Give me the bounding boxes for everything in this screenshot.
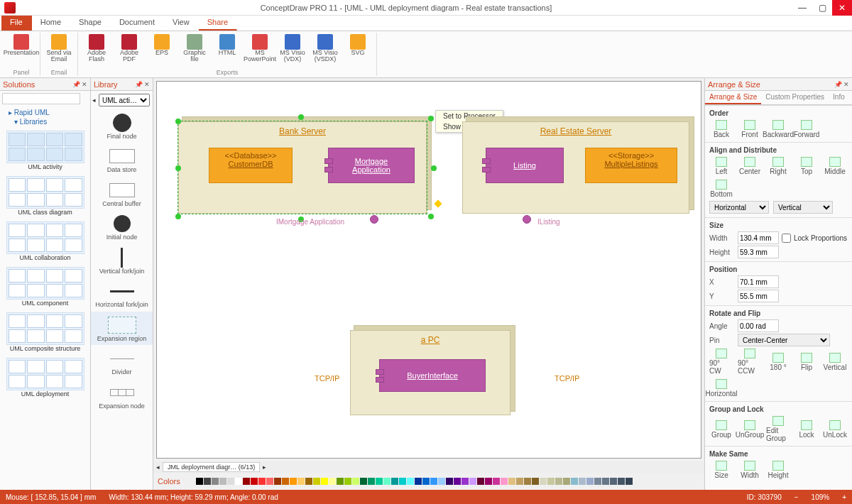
tab-document[interactable]: Document (111, 16, 164, 31)
library-prev-icon[interactable]: ◂ (92, 97, 96, 104)
align-right-button[interactable]: Right (766, 157, 790, 175)
rotate--ccw-button[interactable]: 90° CCW (738, 349, 762, 375)
color-swatch[interactable] (321, 478, 328, 485)
library-item-initial-node[interactable]: Initial node (91, 210, 153, 243)
color-swatch[interactable] (399, 478, 406, 485)
align-horizontal-select[interactable]: Horizontal (709, 201, 769, 214)
library-item-vertical-fork-join[interactable]: Vertical fork/join (91, 244, 153, 278)
storage-multiple-listings[interactable]: <<Storage>> MultipleListings (585, 148, 677, 183)
tab-shape[interactable]: Shape (70, 16, 111, 31)
color-swatch[interactable] (524, 478, 531, 485)
selection-handle[interactable] (298, 114, 304, 120)
make-width-button[interactable]: Width (738, 461, 762, 479)
angle-input[interactable] (738, 319, 779, 332)
solutions-search[interactable] (2, 93, 80, 104)
group-ungroup-button[interactable]: UnGroup (738, 420, 762, 439)
library-item-final-node[interactable]: Final node (91, 109, 153, 143)
solutions-cat-uml-composite-structure[interactable]: UML composite structure (0, 309, 90, 355)
library-item-central-buffer[interactable]: Central buffer (91, 177, 153, 210)
color-swatch[interactable] (626, 478, 633, 485)
color-swatch[interactable] (469, 478, 476, 485)
selection-handle[interactable] (428, 214, 434, 219)
tab-home[interactable]: Home (32, 16, 70, 31)
color-swatch[interactable] (337, 478, 344, 485)
align-top-button[interactable]: Top (794, 157, 819, 175)
pin-select[interactable]: Center-Center (738, 334, 830, 346)
color-swatch[interactable] (493, 478, 500, 485)
library-item-horizontal-fork-join[interactable]: Horizontal fork/join (91, 278, 153, 311)
color-swatch[interactable] (430, 478, 437, 485)
color-swatch[interactable] (594, 478, 601, 485)
tab-arrange-size[interactable]: Arrange & Size (705, 91, 761, 104)
color-swatch[interactable] (282, 478, 289, 485)
color-swatch[interactable] (508, 478, 515, 485)
library-selector[interactable]: UML acti… (99, 94, 150, 106)
ribbon-html[interactable]: HTML (213, 33, 241, 63)
component-listing[interactable]: Listing (486, 148, 564, 183)
color-swatch[interactable] (540, 478, 547, 485)
height-input[interactable] (738, 246, 779, 258)
solutions-cat-uml-collaboration[interactable]: UML collaboration (0, 219, 90, 264)
rotation-handle[interactable] (434, 199, 442, 207)
doc-tab[interactable]: JML deployment diagr… (6/13) (163, 462, 260, 472)
selection-handle[interactable] (428, 116, 434, 121)
color-swatch[interactable] (446, 478, 453, 485)
node-real-estate-server[interactable]: Real Estate Server Listing <<Storage>> M… (462, 121, 689, 214)
pin-icon[interactable]: 📌 (834, 81, 842, 88)
make-size-button[interactable]: Size (709, 461, 733, 479)
width-input[interactable] (738, 231, 779, 244)
selection-handle[interactable] (175, 119, 181, 124)
color-swatch[interactable] (586, 478, 594, 485)
color-swatch[interactable] (438, 478, 445, 485)
ribbon-adobe-flash[interactable]: Adobe Flash (82, 33, 111, 63)
color-swatch[interactable] (305, 478, 312, 485)
color-swatch[interactable] (352, 478, 359, 485)
interface-lollipop[interactable] (523, 215, 531, 224)
tab-custom-properties[interactable]: Custom Properties (761, 91, 829, 104)
group-lock-button[interactable]: Lock (794, 420, 819, 439)
align-left-button[interactable]: Left (709, 157, 733, 175)
color-swatch[interactable] (212, 478, 219, 485)
rotate-horizontal-button[interactable]: Horizontal (709, 379, 733, 398)
rotate---button[interactable]: 180 ° (766, 353, 790, 371)
color-swatch[interactable] (462, 478, 469, 485)
make-height-button[interactable]: Height (766, 461, 790, 479)
ribbon-graphic-file[interactable]: Graphic file (180, 33, 209, 63)
color-swatch[interactable] (368, 478, 375, 485)
pin-icon[interactable]: 📌 (72, 81, 80, 88)
order-forward-button[interactable]: Forward (794, 120, 819, 138)
color-swatch[interactable] (274, 478, 281, 485)
color-swatch[interactable] (243, 478, 250, 485)
ribbon-ms-powerpoint[interactable]: MS PowerPoint (246, 33, 274, 63)
color-swatch[interactable] (196, 478, 203, 485)
color-swatch[interactable] (602, 478, 609, 485)
library-item-divider[interactable]: Divider (91, 345, 153, 378)
color-swatch[interactable] (219, 478, 226, 485)
selection-handle[interactable] (175, 165, 181, 171)
color-swatch[interactable] (266, 478, 273, 485)
selection-handle[interactable] (175, 214, 181, 219)
color-swatch[interactable] (485, 478, 492, 485)
ribbon-send-via-email[interactable]: Send via Email (45, 33, 73, 63)
color-swatch[interactable] (532, 478, 539, 485)
ribbon-svg[interactable]: SVG (344, 33, 372, 63)
close-icon[interactable]: ✕ (144, 81, 150, 88)
tab-prev-icon[interactable]: ◂ (156, 464, 160, 471)
color-swatch[interactable] (618, 478, 625, 485)
color-swatch[interactable] (477, 478, 484, 485)
rotate-vertical-button[interactable]: Vertical (823, 353, 847, 371)
pin-icon[interactable]: 📌 (135, 81, 143, 88)
selection-handle[interactable] (431, 165, 437, 171)
group-unlock-button[interactable]: UnLock (823, 420, 847, 439)
color-swatch[interactable] (571, 478, 578, 485)
color-swatch[interactable] (344, 478, 351, 485)
ribbon-ms-visio-vdx-[interactable]: MS Visio (VDX) (278, 33, 307, 63)
menu-set-processor[interactable]: Set to Processor (436, 111, 503, 121)
y-input[interactable] (738, 290, 779, 302)
tree-node-libraries[interactable]: ▾ Libraries (3, 117, 87, 126)
color-swatch[interactable] (391, 478, 398, 485)
color-swatch[interactable] (376, 478, 383, 485)
align-middle-button[interactable]: Middle (823, 157, 847, 175)
color-swatch[interactable] (579, 478, 586, 485)
color-swatch[interactable] (415, 478, 422, 485)
